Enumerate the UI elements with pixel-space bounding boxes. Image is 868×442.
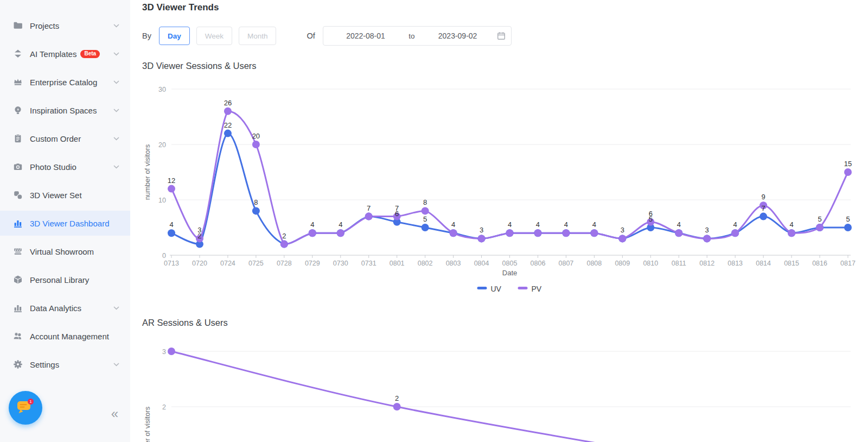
bar-chart-icon xyxy=(13,218,23,228)
data-point-pv[interactable] xyxy=(703,235,711,242)
sidebar-item-inspiration-spaces[interactable]: Inspiration Spaces xyxy=(0,98,130,123)
x-tick-label: 0806 xyxy=(531,260,546,267)
data-point-label: 4 xyxy=(339,220,342,229)
sidebar: ProjectsAI TemplatesBetaEnterprise Catal… xyxy=(0,0,130,442)
sidebar-item-virtual-showroom[interactable]: Virtual Showroom xyxy=(0,239,130,264)
sidebar-item-projects[interactable]: Projects xyxy=(0,13,130,38)
data-point-pv[interactable] xyxy=(506,229,514,237)
chart2-title: AR Sessions & Users xyxy=(142,317,868,329)
data-point-label: 6 xyxy=(649,210,653,218)
data-point-pv[interactable] xyxy=(816,224,824,231)
data-point-pv[interactable] xyxy=(337,229,344,237)
sidebar-item-data-analytics[interactable]: Data Analytics xyxy=(0,295,130,320)
data-point-uv[interactable] xyxy=(224,130,232,137)
granularity-day-button[interactable]: Day xyxy=(159,27,190,45)
data-point-label: 5 xyxy=(818,215,821,223)
data-point-pv[interactable] xyxy=(788,229,795,237)
sessions-users-chart: 0102030071307200724072507280729073007310… xyxy=(142,76,868,300)
sidebar-item-settings[interactable]: Settings xyxy=(0,352,130,377)
ar-sessions-users-chart: 0123071307200724072507280729073007310801… xyxy=(142,338,868,442)
x-tick-label: 0811 xyxy=(672,260,686,267)
granularity-month-button[interactable]: Month xyxy=(239,27,277,45)
sidebar-item-label: Virtual Showroom xyxy=(30,247,94,256)
shapes-icon xyxy=(13,190,23,200)
data-point-pv[interactable] xyxy=(590,229,598,237)
data-point-pv[interactable] xyxy=(534,229,541,237)
data-point-label: 2 xyxy=(395,394,399,402)
y-tick-label: 20 xyxy=(158,141,166,149)
data-point-pv[interactable] xyxy=(168,348,175,355)
app-root: ProjectsAI TemplatesBetaEnterprise Catal… xyxy=(0,0,868,442)
legend-item-uv[interactable]: UV xyxy=(477,285,502,293)
data-point-uv[interactable] xyxy=(844,224,852,231)
sidebar-item-label: 3D Viewer Set xyxy=(30,191,82,200)
data-point-pv[interactable] xyxy=(224,108,232,115)
data-point-pv[interactable] xyxy=(450,229,457,237)
data-point-pv[interactable] xyxy=(478,235,486,242)
filter-bar: By Day Week Month Of 2022-08-01 to 2023-… xyxy=(142,26,868,46)
sidebar-item-photo-studio[interactable]: Photo Studio xyxy=(0,154,130,179)
sidebar-item-label: Custom Order xyxy=(30,134,81,143)
data-point-uv[interactable] xyxy=(760,213,767,220)
x-tick-label: 0817 xyxy=(840,260,856,267)
x-tick-label: 0730 xyxy=(333,260,348,267)
x-tick-label: 0810 xyxy=(643,260,658,267)
date-range-picker[interactable]: 2022-08-01 to 2023-09-02 xyxy=(323,26,512,46)
sidebar-item-3d-viewer-set[interactable]: 3D Viewer Set xyxy=(0,182,130,207)
sidebar-item-ai-templates[interactable]: AI TemplatesBeta xyxy=(0,41,130,66)
sidebar-item-label: Enterprise Catalog xyxy=(30,78,97,87)
legend-item-pv[interactable]: PV xyxy=(518,285,542,293)
sidebar-item-label: 3D Viewer Dashboard xyxy=(30,219,109,228)
chat-fab-button[interactable]: 1 xyxy=(9,391,42,425)
date-from-value[interactable]: 2022-08-01 xyxy=(329,31,403,40)
x-tick-label: 0805 xyxy=(502,260,518,267)
data-point-pv[interactable] xyxy=(168,185,175,193)
data-point-label: 8 xyxy=(423,198,427,206)
data-point-pv[interactable] xyxy=(365,213,373,220)
sidebar-item-label: Photo Studio xyxy=(30,162,76,172)
data-point-pv[interactable] xyxy=(618,235,626,242)
sidebar-item-label: Inspiration Spaces xyxy=(30,106,97,115)
data-point-pv[interactable] xyxy=(309,229,316,237)
data-point-label: 4 xyxy=(451,220,455,229)
beta-badge: Beta xyxy=(80,50,100,58)
data-point-pv[interactable] xyxy=(675,229,682,237)
data-point-pv[interactable] xyxy=(731,229,739,237)
data-point-label: 3 xyxy=(480,226,483,234)
data-point-label: 4 xyxy=(169,220,173,229)
granularity-week-button[interactable]: Week xyxy=(196,27,232,45)
data-point-label: 5 xyxy=(423,215,427,223)
x-tick-label: 0725 xyxy=(248,260,264,267)
chart-canvas: 0102030071307200724072507280729073007310… xyxy=(142,76,858,300)
bar-chart-icon xyxy=(13,303,23,313)
data-point-label: 2 xyxy=(282,232,286,240)
chat-badge: 1 xyxy=(29,399,32,404)
date-to-value[interactable]: 2023-09-02 xyxy=(420,31,494,40)
chart1-title: 3D Viewer Sessions & Users xyxy=(142,60,868,72)
series-line-pv xyxy=(171,351,707,442)
data-point-label: 3 xyxy=(621,226,624,234)
data-point-pv[interactable] xyxy=(844,168,852,176)
data-point-label: 4 xyxy=(536,220,540,229)
sidebar-item-enterprise-catalog[interactable]: Enterprise Catalog xyxy=(0,70,130,94)
sidebar-item-account-management[interactable]: Account Management xyxy=(0,324,130,349)
data-point-pv[interactable] xyxy=(280,241,288,248)
x-tick-label: 0807 xyxy=(559,260,574,267)
data-point-pv[interactable] xyxy=(422,207,429,214)
data-point-uv[interactable] xyxy=(422,224,429,231)
sidebar-item-personal-library[interactable]: Personal Library xyxy=(0,267,130,292)
sidebar-item-custom-order[interactable]: Custom Order xyxy=(0,126,130,151)
data-point-label: 4 xyxy=(733,220,737,229)
data-point-uv[interactable] xyxy=(168,229,175,237)
data-point-label: 20 xyxy=(252,132,260,140)
data-point-pv[interactable] xyxy=(562,229,570,237)
data-point-label: 22 xyxy=(224,121,232,129)
sidebar-item-3d-viewer-dashboard[interactable]: 3D Viewer Dashboard xyxy=(0,211,130,236)
gear-icon xyxy=(13,359,23,369)
sidebar-collapse-button[interactable]: « xyxy=(111,407,118,420)
data-point-uv[interactable] xyxy=(252,207,260,214)
cube-icon xyxy=(13,275,23,285)
data-point-pv[interactable] xyxy=(393,403,401,411)
y-tick-label: 0 xyxy=(162,252,166,260)
data-point-pv[interactable] xyxy=(252,141,260,148)
